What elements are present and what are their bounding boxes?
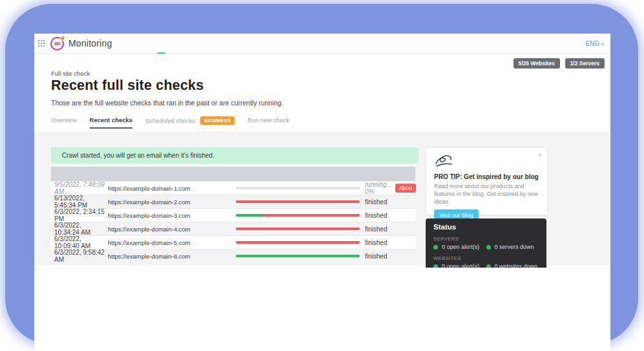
page-header: 5/25 Websites 1/2 Servers Full site chec… [34,54,610,131]
status-text: finished [365,198,387,206]
progress-segment [236,214,263,217]
table-row[interactable]: 9/5/2022, 7:48:09 AM https://example-dom… [51,181,415,195]
table-row[interactable]: 6/13/2022, 5:45:34 PM https://example-do… [51,195,415,208]
progress-bar [236,228,360,230]
cell-result [236,241,365,244]
nav-item[interactable] [148,34,156,54]
content-area: Crawl started, you will get an email whe… [34,131,610,265]
cell-date: 6/3/2022, 10:09:40 AM [51,235,108,250]
tab[interactable]: Scheduled checks BUSINESS [145,116,234,129]
cell-date: 6/3/2022, 9:58:42 AM [51,249,108,263]
top-navbar: 360 Monitoring ENG ▾ [34,34,610,54]
cell-start-page: https://example-domain-4.com [108,226,236,233]
status-ok-dot [433,264,438,268]
table-row[interactable]: 6/3/2022, 10:09:40 AM https://example-do… [51,235,415,249]
status-item: 0 open alert(s) [433,263,486,268]
nav-item[interactable] [187,34,194,54]
page-description: Those are the full website checks that r… [51,99,284,107]
status-section-label: SERVERS [433,236,539,242]
cell-start-page: https://example-domain-2.com [108,198,236,206]
cell-result [236,200,365,203]
logo-360-text: 360 [54,41,60,46]
status-ok-dot [433,245,438,250]
status-item-label: 0 websites down [495,263,538,268]
status-sections: SERVERS 0 open alert(s) 0 servers down W… [433,236,539,268]
status-section: WEBSITES 0 open alert(s) 0 websites down [433,255,539,268]
cell-status: finished [365,198,415,206]
cell-status: finished [365,226,415,233]
nav-items [129,34,196,54]
cell-result [236,187,365,189]
status-text: running... 0% [365,181,392,195]
cell-status: finished [365,212,415,219]
progress-bar [236,187,360,189]
status-item: 0 websites down [486,263,539,268]
status-section-row: 0 open alert(s) 0 servers down [433,244,539,250]
status-text: finished [365,212,387,219]
progress-bar [236,200,360,203]
page-title: Recent full site checks [51,78,203,94]
brand-name[interactable]: Monitoring [68,38,112,48]
progress-segment [236,228,360,230]
status-item-label: 0 open alert(s) [442,263,479,268]
close-icon[interactable]: × [538,151,542,158]
status-text: finished [365,253,387,260]
tab-label: Scheduled checks [145,117,195,124]
status-text: finished [365,239,387,246]
cell-status: finished [365,239,415,246]
status-item: 0 servers down [486,244,539,250]
status-text: finished [365,226,387,233]
marketing-canvas: 360 Monitoring ENG ▾ 5/25 Websites 1/2 S… [0,0,644,351]
status-item-label: 0 open alert(s) [442,244,479,250]
status-section-label: WEBSITES [433,255,539,261]
progress-bar [236,214,360,217]
table-body: 9/5/2022, 7:48:09 AM https://example-dom… [51,181,415,262]
cell-start-page: https://example-domain-5.com [108,239,236,246]
table-row[interactable]: 6/3/2022, 2:34:15 PM https://example-dom… [51,208,415,222]
nav-item[interactable] [138,34,146,54]
tabs: Overview Recent checks Scheduled checks … [51,116,289,129]
progress-segment [236,187,360,189]
tab-label: Recent checks [90,116,133,123]
pro-tip-card: × PRO TIP: Get inspired by our blog Read… [426,147,548,215]
table-row[interactable]: 6/3/2022, 10:34:24 AM https://example-do… [51,222,415,235]
tab-label: Run new check [247,116,289,123]
status-item: 0 open alert(s) [433,244,486,250]
nav-item[interactable] [177,34,185,54]
tab[interactable]: Recent checks [90,116,133,129]
pro-tip-title: PRO TIP: Get inspired by our blog [434,173,539,180]
nav-item[interactable] [158,34,165,54]
breadcrumb: Full site check [51,70,90,77]
status-section: SERVERS 0 open alert(s) 0 servers down [433,236,539,250]
cell-status: running... 0% Abort [365,181,415,195]
logo-flame-icon [59,35,66,41]
websites-quota-badge[interactable]: 5/25 Websites [514,58,560,69]
language-selector[interactable]: ENG ▾ [586,34,604,54]
cell-start-page: https://example-domain-6.com [108,253,236,260]
cell-start-page: https://example-domain-1.com [108,185,236,192]
pro-tip-body: Read more about our products and feature… [434,182,539,206]
nav-item[interactable] [129,34,136,54]
nav-item[interactable] [167,34,175,54]
business-badge: BUSINESS [200,116,234,125]
cell-date: 6/13/2022, 5:45:34 PM [51,195,108,209]
brand-logo-icon[interactable]: 360 [50,37,64,50]
status-ok-dot [486,245,491,250]
table-row[interactable]: 6/3/2022, 9:58:42 AM https://example-dom… [51,249,415,262]
language-label: ENG [586,40,600,47]
apps-grid-icon[interactable] [38,40,45,47]
tab[interactable]: Overview [51,116,77,127]
cell-date: 9/5/2022, 7:48:09 AM [51,181,108,195]
abort-button[interactable]: Abort [395,184,416,193]
blog-doodle-icon [434,159,453,170]
servers-quota-badge[interactable]: 1/2 Servers [565,58,605,69]
status-ok-dot [486,264,491,268]
checks-table: 9/5/2022, 7:48:09 AM https://example-dom… [51,167,415,262]
caret-down-icon: ▾ [601,41,604,47]
tab[interactable]: Run new check [247,116,289,127]
app-window: 360 Monitoring ENG ▾ 5/25 Websites 1/2 S… [34,34,610,351]
status-item-label: 0 servers down [495,244,534,250]
cell-start-page: https://example-domain-3.com [108,212,236,219]
progress-segment [236,200,360,203]
progress-bar [236,241,360,244]
